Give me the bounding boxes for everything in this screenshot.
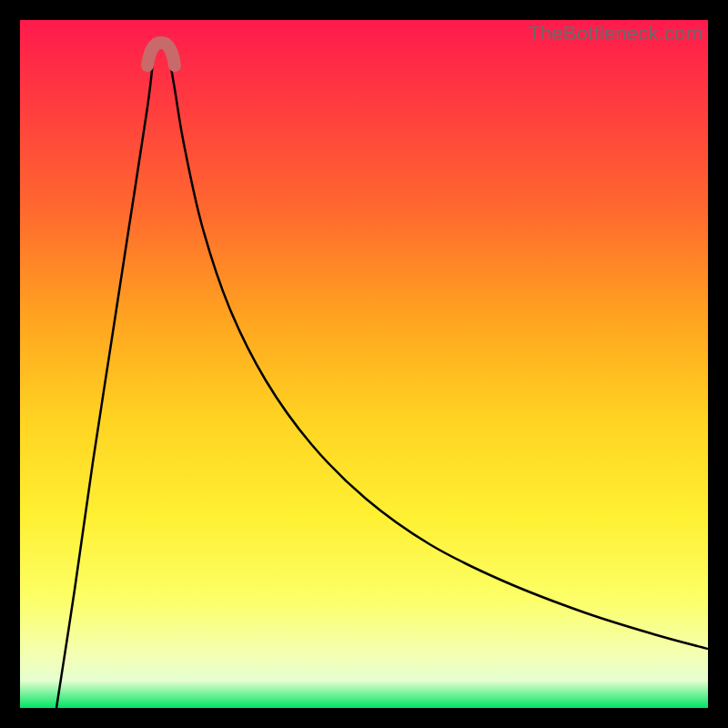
u-shaped-marker — [20, 20, 708, 708]
chart-frame: TheBottleneck.com — [0, 0, 728, 728]
plot-area: TheBottleneck.com — [20, 20, 708, 708]
